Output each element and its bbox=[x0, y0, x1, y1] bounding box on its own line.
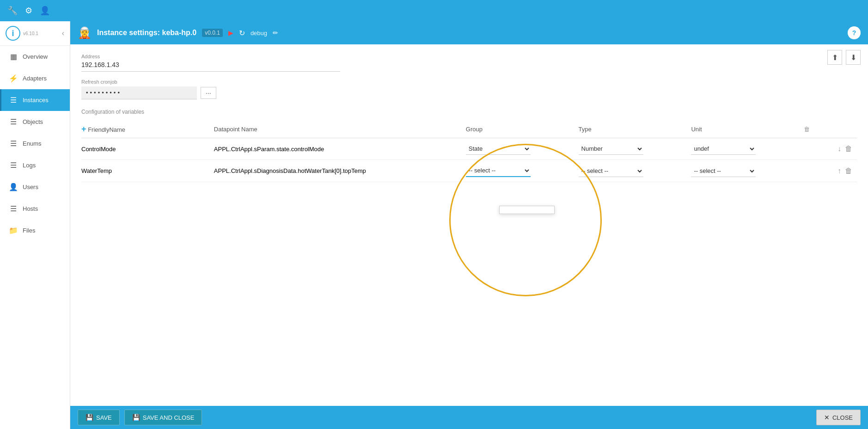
sidebar-item-label: Instances bbox=[23, 97, 49, 104]
close-button[interactable]: ✕ CLOSE bbox=[816, 410, 861, 425]
instance-adapter-icon: 🧝 bbox=[78, 26, 92, 39]
cronjob-field-group: Refresh cronjob ··· bbox=[81, 79, 857, 99]
col-header-unit: Unit bbox=[691, 121, 804, 138]
adapters-icon: ⚡ bbox=[9, 74, 18, 83]
cronjob-dots-button[interactable]: ··· bbox=[201, 87, 216, 99]
sidebar-item-label: Hosts bbox=[23, 205, 38, 212]
sidebar-item-hosts[interactable]: ☰ Hosts bbox=[0, 198, 70, 220]
cell-datapoint: APPL.CtrlAppl.sParam.state.controlMode bbox=[214, 138, 466, 160]
address-value: 192.168.1.43 bbox=[81, 61, 340, 72]
move-down-button[interactable]: ↓ bbox=[837, 144, 842, 154]
cronjob-input[interactable] bbox=[81, 86, 197, 99]
unit-select-row0[interactable]: undef °C kWh bbox=[691, 143, 756, 155]
dropdown-item[interactable] bbox=[500, 206, 554, 214]
app-logo: i bbox=[6, 26, 20, 41]
cell-group: -- select -- State Diagnosis Param bbox=[466, 160, 579, 182]
table-row: WaterTemp APPL.CtrlAppl.sDiagnosisData.h… bbox=[81, 160, 857, 182]
group-select-row0[interactable]: State Diagnosis Param Config bbox=[466, 143, 531, 155]
sidebar-item-enums[interactable]: ☰ Enums bbox=[0, 133, 70, 154]
sidebar-item-files[interactable]: 📁 Files bbox=[0, 220, 70, 241]
content-area: 🧝 Instance settings: keba-hp.0 v0.0.1 ▶ … bbox=[70, 21, 868, 429]
users-icon: 👤 bbox=[9, 183, 18, 191]
sidebar-item-label: Objects bbox=[23, 118, 43, 125]
config-section-title: Configuration of variables bbox=[81, 109, 857, 115]
instance-header: 🧝 Instance settings: keba-hp.0 v0.0.1 ▶ … bbox=[70, 21, 868, 44]
profile-icon[interactable]: 👤 bbox=[40, 6, 50, 16]
address-field-group: Address 192.168.1.43 bbox=[81, 54, 857, 72]
sidebar: i v6.10.1 ‹ ▦ Overview ⚡ Adapters ☰ Inst… bbox=[0, 21, 70, 429]
cronjob-label: Refresh cronjob bbox=[81, 79, 857, 85]
sidebar-item-overview[interactable]: ▦ Overview bbox=[0, 46, 70, 67]
sidebar-item-label: Logs bbox=[23, 162, 36, 169]
save-close-icon: 💾 bbox=[132, 414, 140, 421]
settings-icon[interactable]: ⚙ bbox=[25, 6, 32, 16]
col-header-actions: 🗑 bbox=[804, 121, 857, 138]
instance-status-icon: ▶ bbox=[228, 29, 233, 37]
sidebar-item-adapters[interactable]: ⚡ Adapters bbox=[0, 67, 70, 89]
cell-type: Number String Boolean bbox=[579, 138, 691, 160]
delete-all-icon[interactable]: 🗑 bbox=[804, 126, 810, 133]
download-button[interactable]: ⬇ bbox=[846, 50, 861, 65]
add-row-button[interactable]: + bbox=[81, 124, 86, 134]
cell-actions-row1: ↑ 🗑 bbox=[804, 160, 857, 182]
delete-row-button[interactable]: 🗑 bbox=[844, 166, 853, 176]
group-dropdown-popup bbox=[499, 206, 555, 214]
cronjob-row: ··· bbox=[81, 86, 857, 99]
cell-friendly-name: ControlMode bbox=[81, 138, 214, 160]
col-header-type: Type bbox=[579, 121, 691, 138]
close-icon: ✕ bbox=[824, 414, 830, 421]
sidebar-item-users[interactable]: 👤 Users bbox=[0, 176, 70, 198]
delete-row-button[interactable]: 🗑 bbox=[844, 144, 853, 154]
objects-icon: ☰ bbox=[9, 117, 18, 126]
save-and-close-button[interactable]: 💾 SAVE AND CLOSE bbox=[124, 410, 202, 425]
enums-icon: ☰ bbox=[9, 139, 18, 148]
col-header-datapoint: Datapoint Name bbox=[214, 121, 466, 138]
row-actions: ↑ 🗑 bbox=[804, 166, 853, 176]
instances-icon: ☰ bbox=[9, 96, 18, 104]
group-select-row1[interactable]: -- select -- State Diagnosis Param bbox=[466, 165, 531, 177]
cell-datapoint: APPL.CtrlAppl.sDiagnosisData.hotWaterTan… bbox=[214, 160, 466, 182]
sidebar-item-label: Adapters bbox=[23, 75, 47, 82]
save-close-label: SAVE AND CLOSE bbox=[143, 414, 195, 421]
address-label: Address bbox=[81, 54, 857, 59]
type-select-row1[interactable]: -- select -- Number String bbox=[579, 165, 643, 177]
cell-friendly-name: WaterTemp bbox=[81, 160, 214, 182]
sidebar-item-logs[interactable]: ☰ Logs bbox=[0, 154, 70, 176]
col-header-friendly: + FriendlyName bbox=[81, 121, 214, 138]
overview-icon: ▦ bbox=[9, 52, 18, 61]
instance-edit-icon[interactable]: ✏ bbox=[273, 29, 278, 37]
sidebar-version: v6.10.1 bbox=[23, 31, 38, 36]
friendly-name-header: FriendlyName bbox=[88, 126, 125, 133]
logs-icon: ☰ bbox=[9, 161, 18, 170]
save-icon: 💾 bbox=[86, 414, 93, 421]
close-label: CLOSE bbox=[832, 414, 853, 421]
hosts-icon: ☰ bbox=[9, 204, 18, 213]
sidebar-item-label: Users bbox=[23, 184, 38, 190]
settings-content: ⬆ ⬇ Address 192.168.1.43 Refresh cronjob… bbox=[70, 44, 868, 406]
variables-table: + FriendlyName Datapoint Name Group Type… bbox=[81, 121, 857, 182]
instance-refresh-icon[interactable]: ↻ bbox=[239, 29, 245, 37]
tools-icon[interactable]: 🔧 bbox=[7, 6, 18, 16]
move-up-button[interactable]: ↑ bbox=[837, 166, 842, 176]
save-button[interactable]: 💾 SAVE bbox=[78, 410, 120, 425]
unit-select-row1[interactable]: -- select -- undef °C bbox=[691, 165, 756, 177]
col-header-group: Group bbox=[466, 121, 579, 138]
type-select-row0[interactable]: Number String Boolean bbox=[579, 143, 643, 155]
sidebar-item-label: Files bbox=[23, 227, 35, 234]
upload-button[interactable]: ⬆ bbox=[827, 50, 842, 65]
sidebar-header: i v6.10.1 ‹ bbox=[0, 21, 70, 46]
table-row: ControlMode APPL.CtrlAppl.sParam.state.c… bbox=[81, 138, 857, 160]
sidebar-item-objects[interactable]: ☰ Objects bbox=[0, 111, 70, 133]
sidebar-item-instances[interactable]: ☰ Instances bbox=[0, 89, 70, 111]
top-toolbar: 🔧 ⚙ 👤 bbox=[0, 0, 868, 21]
cell-unit: -- select -- undef °C bbox=[691, 160, 804, 182]
sidebar-collapse-button[interactable]: ‹ bbox=[62, 29, 64, 37]
instance-title: Instance settings: keba-hp.0 bbox=[97, 29, 196, 37]
cell-actions-row0: ↓ 🗑 bbox=[804, 138, 857, 160]
files-icon: 📁 bbox=[9, 226, 18, 235]
bottom-bar: 💾 SAVE 💾 SAVE AND CLOSE ✕ CLOSE bbox=[70, 406, 868, 429]
sidebar-item-label: Overview bbox=[23, 53, 48, 60]
row-actions: ↓ 🗑 bbox=[804, 144, 853, 154]
cell-type: -- select -- Number String bbox=[579, 160, 691, 182]
instance-help-button[interactable]: ? bbox=[848, 26, 861, 39]
